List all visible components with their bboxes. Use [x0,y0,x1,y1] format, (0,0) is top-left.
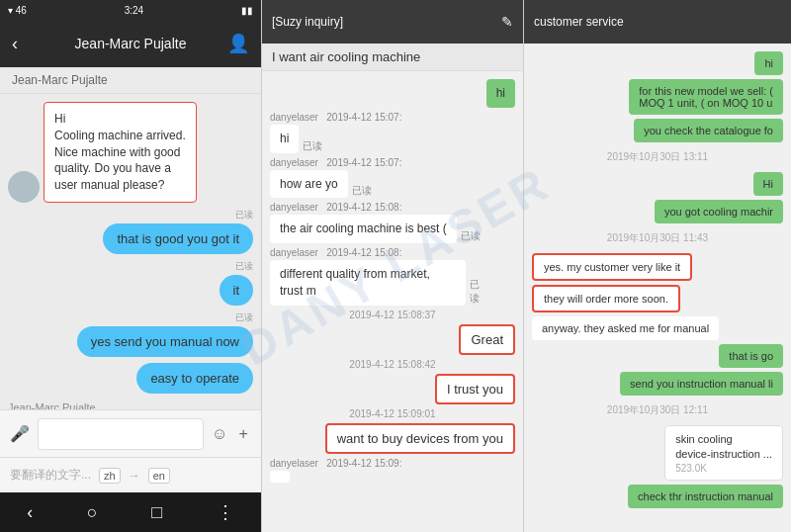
sent-boxed-bubble: want to buy devices from you [325,423,515,454]
message-text: they will order more soon. [544,293,668,305]
message-text: how are yo [280,177,338,191]
translate-bar: 要翻译的文字... zh → en [0,457,261,492]
received-bubble [270,471,290,483]
left-panel: ▾ 46 3:24 ▮▮ ‹ Jean-Marc Pujalte 👤 Jean-… [0,0,262,532]
received-bubble: the air cooling machine is best ( [270,215,457,243]
contact-name-header: Jean-Marc Pujalte [75,36,187,51]
sent-message-bubble: that is good you got it [103,223,253,254]
read-status: 已读 [235,260,253,273]
contact-footer: Jean-Marc Pujalte [8,401,253,409]
add-icon[interactable]: + [235,423,251,445]
received-message-bubble: HiCooling machine arrived.Nice machine w… [44,102,197,203]
message-text: different quality from market, trust m [280,267,430,298]
list-item: they will order more soon. [532,285,783,312]
voice-icon[interactable]: 🎤 [10,423,30,445]
message-text: HiCooling machine arrived.Nice machine w… [54,112,186,192]
mid-header-inquiry: [Suzy inquiry] [272,15,343,29]
message-text: yes send you manual now [91,334,239,349]
list-item: for this new model we sell: (MOQ 1 unit,… [532,79,783,115]
list-item: easy to operate [8,363,253,394]
message-text: you got cooling machir [664,206,773,218]
message-text: easy to operate [150,371,239,386]
edit-icon[interactable]: ✎ [501,14,513,30]
list-item: check thr instruction manual [532,485,783,508]
message-input[interactable] [38,418,204,450]
contact-label: Jean-Marc Pujalte [0,67,261,94]
list-item: anyway. they asked me for manual [532,316,783,340]
message-text: anyway. they asked me for manual [542,322,709,334]
list-item: I trust you [435,374,515,404]
list-item: yes. my customer very like it [532,253,783,281]
message-text: Hi [763,178,773,190]
home-nav-icon[interactable]: ○ [87,502,98,523]
translate-placeholder: 要翻译的文字... [10,467,91,484]
network-status: ▾ 46 [8,5,27,16]
read-indicator: 已读 [461,229,481,243]
message-input-bar: 🎤 ☺ + [0,409,261,457]
lang-from-tag[interactable]: zh [99,468,121,484]
mid-panel: [Suzy inquiry] ✎ I want air cooling mach… [262,0,524,532]
sent-bubble: send you instruction manual li [620,372,783,396]
sent-message-bubble: easy to operate [136,363,253,394]
received-boxed-bubble: they will order more soon. [532,285,680,312]
back-icon[interactable]: ‹ [12,34,18,54]
battery-status: ▮▮ [241,5,253,16]
file-attachment-bubble[interactable]: skin coolingdevice-instruction ... 523.0… [664,425,783,481]
timestamp: 2019-4-12 15:09:01 [270,408,515,419]
left-chat-header: ‹ Jean-Marc Pujalte 👤 [0,20,261,67]
message-text: yes. my customer very like it [544,261,680,273]
timestamp: 2019年10月30日 11:43 [532,231,783,245]
timestamp: 2019年10月30日 13:11 [532,150,783,164]
lang-to-tag[interactable]: en [148,468,170,484]
message-text: send you instruction manual li [630,378,773,390]
list-item: want to buy devices from you [325,423,515,454]
list-item: send you instruction manual li [532,372,783,396]
sent-bubble: you check the catalogue fo [634,119,783,142]
list-item: 已读 yes send you manual now [8,311,253,357]
received-bubble: different quality from market, trust m [270,260,466,306]
read-status: 已读 [235,209,253,222]
sent-bubble: check thr instruction manual [628,485,783,508]
app-container: DANY LASER ▾ 46 3:24 ▮▮ ‹ Jean-Marc Puja… [0,0,791,532]
list-item: hi [532,51,783,75]
sent-bubble: for this new model we sell: (MOQ 1 unit,… [629,79,783,115]
list-item: 已读 that is good you got it [8,209,253,254]
received-boxed-bubble: yes. my customer very like it [532,253,692,281]
nav-bar: ‹ ○ □ ⋮ [0,492,261,532]
message-sender: danyelaser 2019-4-12 15:08: [270,202,401,213]
received-bubble: hi [270,125,299,153]
emoji-icon[interactable]: ☺ [212,423,227,445]
message-text: you check the catalogue fo [644,125,773,136]
list-item: danyelaser 2019-4-12 15:07: how are yo 已… [270,157,401,199]
read-status: 已读 [235,311,253,324]
recents-nav-icon[interactable]: □ [151,502,162,523]
message-sender: danyelaser 2019-4-12 15:07: [270,157,401,168]
message-text: that is go [729,350,773,362]
lang-separator: → [129,469,140,483]
menu-nav-icon[interactable]: ⋮ [217,501,234,523]
sent-boxed-bubble: Great [459,324,515,355]
message-text: Great [471,332,503,347]
message-text: that is good you got it [117,231,239,246]
sent-message-bubble: it [220,275,254,306]
list-item: danyelaser 2019-4-12 15:07: hi 已读 [270,112,401,153]
right-chat-area: hi for this new model we sell: (MOQ 1 un… [524,44,791,532]
profile-icon[interactable]: 👤 [227,33,249,54]
right-header-title: customer service [534,15,624,29]
mid-header: [Suzy inquiry] ✎ [262,0,523,44]
message-text: want to buy devices from you [337,431,503,446]
sent-bubble: Hi [753,172,783,196]
list-item: Great [459,324,515,355]
message-text: check thr instruction manual [638,490,773,502]
sent-boxed-bubble: I trust you [435,374,515,404]
message-sender: danyelaser 2019-4-12 15:08: [270,247,401,258]
list-item: danyelaser 2019-4-12 15:09: [270,458,401,483]
sent-bubble: that is go [719,344,783,368]
time-display: 3:24 [125,5,143,16]
back-nav-icon[interactable]: ‹ [27,502,33,523]
message-sender: danyelaser 2019-4-12 15:09: [270,458,401,469]
file-size: 523.0K [675,463,772,474]
list-item: danyelaser 2019-4-12 15:08: the air cool… [270,202,481,243]
mid-header-icons: ✎ [501,14,513,30]
sent-bubble: you got cooling machir [655,200,783,223]
